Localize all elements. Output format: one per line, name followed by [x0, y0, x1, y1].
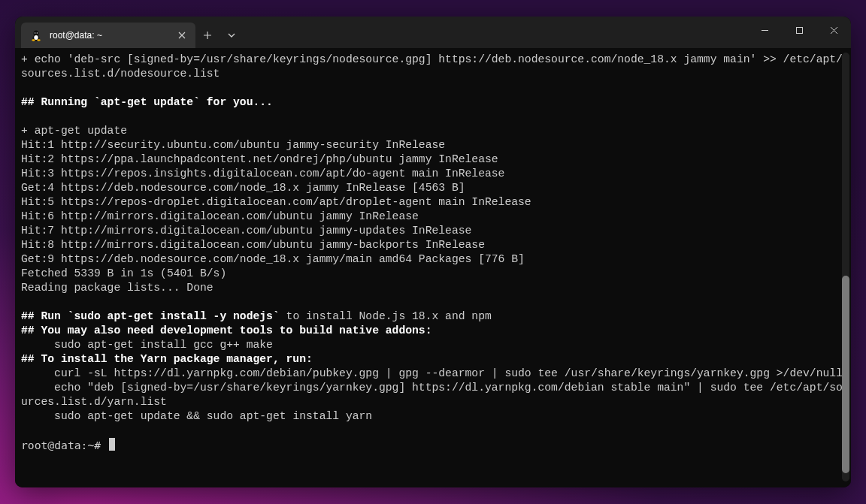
svg-point-5: [35, 33, 35, 34]
svg-rect-9: [796, 27, 802, 33]
window-controls: [747, 17, 851, 44]
cursor: [109, 438, 115, 451]
prompt-line: root@data:~#: [21, 438, 845, 452]
tab-dropdown-button[interactable]: [220, 23, 244, 48]
svg-point-6: [37, 33, 38, 34]
minimize-button[interactable]: [747, 17, 782, 44]
svg-point-8: [37, 39, 41, 41]
scrollbar-thumb[interactable]: [842, 276, 849, 473]
terminal-output: + echo 'deb-src [signed-by=/usr/share/ke…: [21, 53, 845, 424]
maximize-button[interactable]: [782, 17, 816, 44]
new-tab-button[interactable]: [195, 23, 220, 48]
tab-strip: root@data: ~: [15, 17, 244, 48]
linux-icon: [30, 29, 42, 41]
terminal-viewport[interactable]: + echo 'deb-src [signed-by=/usr/share/ke…: [15, 48, 851, 487]
tab-active[interactable]: root@data: ~: [21, 23, 195, 48]
tab-title: root@data: ~: [50, 30, 168, 41]
window-close-button[interactable]: [816, 17, 851, 44]
terminal-window: root@data: ~ + echo 'de: [15, 17, 851, 487]
scrollbar[interactable]: [842, 53, 849, 481]
tab-close-button[interactable]: [176, 29, 188, 41]
svg-point-2: [34, 35, 38, 40]
svg-point-7: [32, 39, 35, 41]
titlebar[interactable]: root@data: ~: [15, 17, 851, 48]
prompt-text: root@data:~#: [21, 439, 107, 451]
